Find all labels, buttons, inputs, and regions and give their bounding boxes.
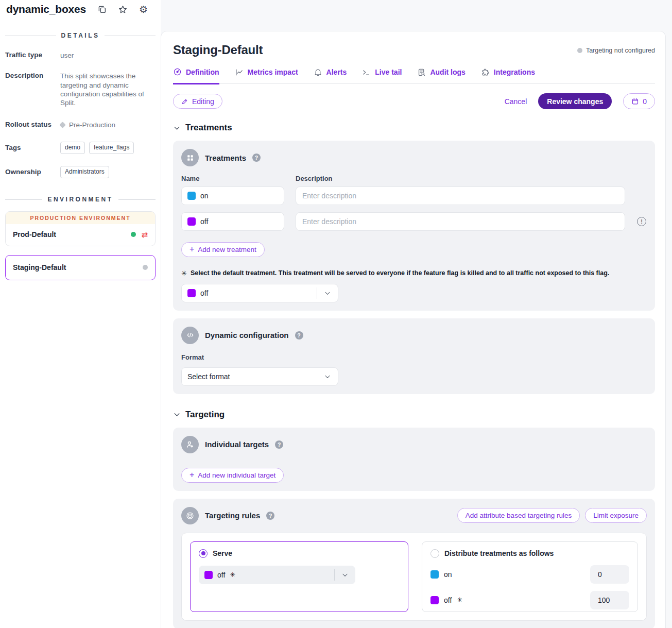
pencil-icon [181,98,188,105]
review-changes-button[interactable]: Review changes [538,93,612,109]
targeting-section-title: Targeting [185,410,225,420]
scheduled-count: 0 [643,97,647,106]
audit-log-icon [417,68,426,77]
serve-radio[interactable] [199,549,208,558]
treatments-card-title: Treatments [205,154,246,162]
individual-targets-title: Individual targets [205,440,269,449]
serve-panel[interactable]: Serve off ✳ [190,541,408,612]
environment-heading: ENVIRONMENT [47,196,113,203]
sidebar: dynamic_boxes ⚙ DETAILS Traffic type use… [0,0,161,628]
environment-name: Staging-Default [13,263,66,271]
traffic-type-label: Traffic type [5,51,60,60]
help-icon[interactable]: ? [252,154,261,162]
target-icon [181,507,199,524]
default-treatment-select[interactable]: off [181,284,338,302]
status-text: Targeting not configured [586,47,655,54]
tags-label: Tags [5,144,60,154]
targeting-rules-title: Targeting rules [205,511,260,520]
add-new-treatment-button[interactable]: + Add new treatment [181,242,265,257]
distribute-panel[interactable]: Distribute treatments as follows on off [422,541,638,612]
treatment-color-swatch [204,571,213,579]
targeting-status-badge: Targeting not configured [577,47,655,54]
distribute-radio[interactable] [430,549,439,558]
treatment-color-swatch [430,570,439,579]
metrics-chart-icon [235,68,244,77]
help-icon[interactable]: ? [295,331,303,340]
environment-name: Prod-Default [13,230,56,239]
scheduled-changes-button[interactable]: 0 [623,93,655,109]
production-environment-banner: PRODUCTION ENVIRONMENT [6,212,155,224]
treatments-card: Treatments ? Name Description on off [173,141,655,311]
distribute-row-off: off ✳ [430,591,629,609]
environment-card-prod[interactable]: PRODUCTION ENVIRONMENT Prod-Default ⇄ [5,211,156,246]
star-icon[interactable] [118,5,128,14]
distribute-label: Distribute treatments as follows [444,549,554,557]
editing-button[interactable]: Editing [173,94,222,109]
code-icon [181,327,199,344]
tag-chip[interactable]: demo [60,142,85,154]
environment-divider: ENVIRONMENT [5,196,156,203]
tab-metrics-impact[interactable]: Metrics impact [235,67,298,83]
add-attribute-rules-button[interactable]: Add attribute based targeting rules [457,508,580,523]
cancel-button[interactable]: Cancel [505,97,527,106]
definition-icon [173,67,182,76]
app-header: dynamic_boxes ⚙ [0,0,161,15]
puzzle-icon [481,68,490,77]
treatment-color-swatch [187,289,196,297]
targeting-section-toggle[interactable]: Targeting [173,410,655,420]
treatment-row: on [181,186,647,205]
details-section: Traffic type user Description This split… [0,51,161,178]
add-new-individual-target-button[interactable]: + Add new individual target [181,468,284,483]
treatment-color-swatch [187,192,196,200]
plus-icon: + [189,471,194,479]
ownership-row: Ownership Administrators [5,166,156,178]
serve-treatment-select[interactable]: off ✳ [199,566,355,584]
tab-bar: Definition Metrics impact Alerts Live ta… [173,67,655,84]
owner-chip[interactable]: Administrators [60,166,109,178]
targeting-rules-card: Targeting rules ? Add attribute based ta… [173,499,655,628]
terminal-icon [362,68,371,77]
help-icon[interactable]: ? [275,440,283,449]
main-background: Staging-Default Targeting not configured… [161,0,672,628]
tag-chip[interactable]: feature_flags [89,142,134,154]
tab-live-tail[interactable]: Live tail [362,67,402,83]
tab-audit-logs[interactable]: Audit logs [417,67,465,83]
treatments-section-title: Treatments [185,123,232,133]
treatment-color-swatch [187,217,196,226]
info-icon[interactable]: ! [637,217,646,226]
format-label: Format [181,353,647,361]
help-icon[interactable]: ? [266,512,274,520]
gear-icon[interactable]: ⚙ [139,5,148,14]
default-treatment-marker-icon: ✳ [230,571,235,579]
chevron-down-icon [317,290,338,297]
treatment-row: off ! [181,212,647,231]
chevron-down-icon [173,411,181,418]
tab-definition[interactable]: Definition [173,67,219,84]
treatment-name-input[interactable]: on [181,186,284,205]
treatment-description-input[interactable] [296,212,625,231]
treatments-section-toggle[interactable]: Treatments [173,123,655,133]
rollout-status-diamond-icon [59,122,66,129]
chevron-down-icon [173,124,181,132]
rollout-status-label: Rollout status [5,121,60,129]
tags-row: Tags demo feature_flags [5,142,156,154]
treatment-description-input[interactable] [296,186,625,205]
format-select[interactable]: Select format [181,367,338,386]
distribute-row-on: on [430,565,629,584]
transfer-arrows-icon[interactable]: ⇄ [141,231,148,239]
description-value: This split showcases the targeting and d… [60,72,156,107]
traffic-type-row: Traffic type user [5,51,156,60]
details-divider: DETAILS [5,32,156,39]
limit-exposure-button[interactable]: Limit exposure [585,508,647,523]
description-row: Description This split showcases the tar… [5,72,156,107]
copy-icon[interactable] [97,5,107,14]
environment-card-staging[interactable]: Staging-Default [5,255,156,280]
distribute-percentage-input[interactable] [590,591,629,609]
tab-integrations[interactable]: Integrations [481,67,535,83]
distribute-percentage-input[interactable] [590,565,629,584]
tab-alerts[interactable]: Alerts [314,67,347,83]
page-title: Staging-Default [173,43,263,57]
traffic-type-value: user [60,51,156,60]
description-column-header: Description [296,175,333,182]
treatment-name-input[interactable]: off [181,212,284,231]
